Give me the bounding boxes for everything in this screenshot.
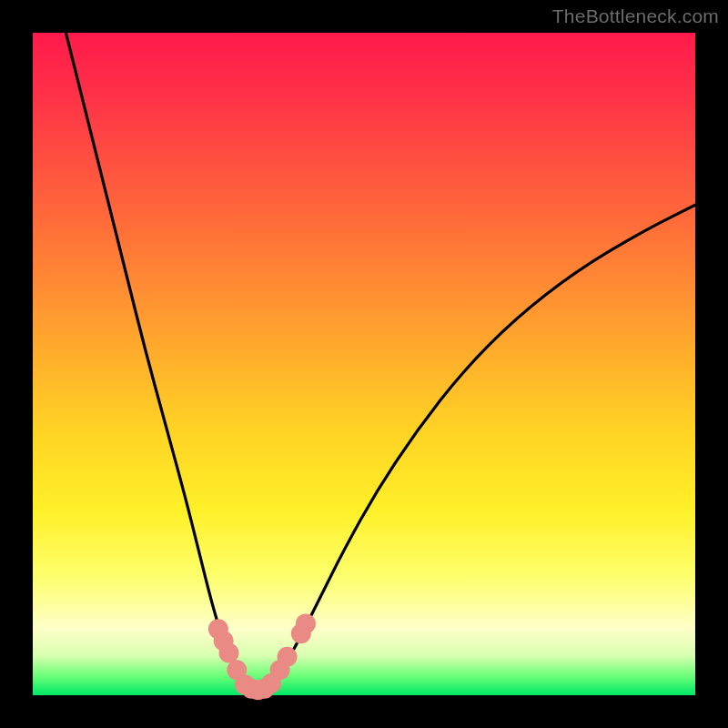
data-marker [218, 642, 238, 662]
left-curve [66, 33, 251, 692]
data-markers [208, 613, 316, 700]
chart-svg [33, 33, 695, 695]
watermark-text: TheBottleneck.com [552, 5, 719, 27]
data-marker [278, 647, 298, 667]
right-curve [265, 205, 695, 692]
chart-frame: TheBottleneck.com [0, 0, 728, 728]
data-marker [296, 613, 316, 633]
plot-area [33, 33, 695, 695]
